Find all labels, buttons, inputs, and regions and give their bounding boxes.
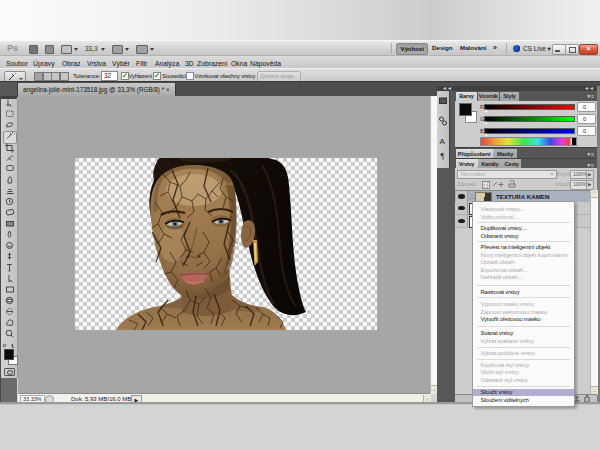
svg-text:A: A [440, 137, 446, 146]
svg-text:¶: ¶ [441, 152, 445, 161]
